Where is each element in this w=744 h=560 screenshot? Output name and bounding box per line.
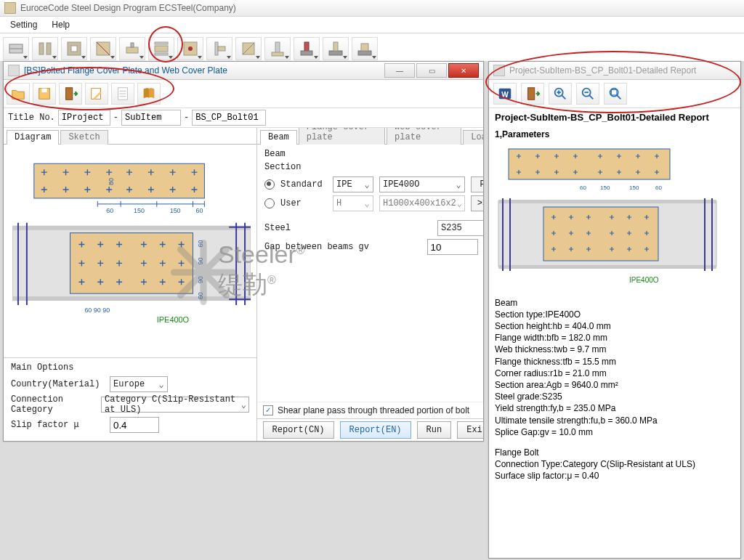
tool-3[interactable] [61,37,87,60]
design-window: [BS]Bolted Flange Cover Plate and Web Co… [3,61,484,442]
svg-rect-25 [361,44,368,51]
beam-line: Corner radius:r1b = 21.0 mm [495,368,735,379]
app-icon [4,2,16,14]
app-title-bar: EuroceCode Steel Design Program ECSTeel(… [0,0,744,17]
design-window-title-bar[interactable]: [BS]Bolted Flange Cover Plate and Web Co… [4,62,483,80]
standard-label: Standard [280,179,321,190]
open-folder-button[interactable] [7,83,30,105]
beam-line: Flange width:bfb = 182.0 mm [495,332,735,344]
svg-rect-47 [12,226,251,230]
tab-diagram[interactable]: Diagram [7,130,59,145]
user-size-combo[interactable]: H1000x400x16x2⌄ [379,195,465,211]
book-button[interactable] [137,83,161,105]
svg-rect-64 [528,88,535,100]
sep2: - [184,113,189,123]
tool-1[interactable] [3,37,29,60]
beam-line: Yield strength:fy,b = 235.0 MPa [495,402,735,414]
beam-line: Section height:hb = 404.0 mm [495,320,735,332]
tab-web-cover[interactable]: Web cover plate [387,128,461,145]
edit-button[interactable] [85,83,108,105]
gap-label: Gap between beams gv [264,242,381,252]
tool-10[interactable] [264,37,291,60]
beam-group-label: Beam [264,149,483,159]
sheet-button[interactable] [111,83,134,105]
maximize-button[interactable]: ▭ [416,63,447,78]
main-options: Main Options Country(Material) Europe⌄ C… [4,357,256,441]
svg-rect-12 [155,53,168,55]
design-toolbar [4,80,483,108]
tool-2[interactable] [32,37,58,60]
svg-rect-81 [498,200,716,203]
beam-line: Flange thickness:tfb = 15.5 mm [495,356,735,368]
tool-4[interactable] [90,37,116,60]
country-label: Country(Material) [11,379,104,389]
zoom-in-button[interactable] [549,83,572,105]
save-button[interactable] [33,83,56,105]
mdi-area: [BS]Bolted Flange Cover Plate and Web Co… [0,61,744,560]
run-button[interactable]: Run [417,421,452,439]
tab-beam[interactable]: Beam [260,130,297,145]
zoom-fit-button[interactable] [604,83,627,105]
title-no-row: Title No. - - [4,108,483,128]
slip-input[interactable] [110,417,159,433]
tool-12[interactable] [323,37,349,60]
tool-11[interactable] [294,37,320,60]
report-flangebolt-h: Flange Bolt [495,447,735,458]
tool-6[interactable] [148,37,174,60]
report-en-button[interactable]: Report(EN) [340,421,411,439]
report-window-title-bar[interactable]: Project-SubItem-BS_CP_Bolt01-Detailed Re… [489,62,740,80]
door-exit-button[interactable] [59,83,82,105]
category-label: Connection Category [11,394,95,415]
tool-9[interactable] [235,37,262,60]
category-combo[interactable]: Category C(Slip-Resistant at ULS)⌄ [101,397,249,413]
radio-user[interactable] [264,198,275,208]
std-family-combo[interactable]: IPE⌄ [333,176,373,192]
beam-line: Section area:Agb = 9640.0 mm² [495,379,735,391]
minimize-button[interactable]: — [384,63,415,78]
svg-text:IPE400O: IPE400O [157,315,189,324]
svg-rect-9 [131,43,134,47]
title-no-label: Title No. [8,113,55,123]
tool-13[interactable] [352,37,378,60]
svg-text:IPE400O: IPE400O [629,276,659,284]
tool-7-highlight[interactable] [177,37,203,60]
flangebolt-line: Surface slip factor:μ = 0.40 [495,470,735,482]
main-options-heading: Main Options [11,362,249,373]
exit-button[interactable]: Exit [457,421,483,439]
report-figure: 60 150 150 60 [495,145,735,290]
menu-setting[interactable]: Setting [3,18,44,31]
country-combo[interactable]: Europe⌄ [110,376,168,392]
tool-8[interactable] [206,37,232,60]
radio-standard[interactable] [264,179,275,190]
title-no-subitem[interactable] [121,110,181,126]
std-size-combo[interactable]: IPE400O⌄ [379,176,465,192]
tab-flange-cover[interactable]: Flange cover plate [299,128,385,145]
title-no-code[interactable] [192,110,266,126]
svg-line-73 [617,95,621,100]
tab-sketch[interactable]: Sketch [60,130,108,145]
more-button[interactable]: >> [471,195,483,211]
report-cn-button[interactable]: Report(CN) [263,421,334,439]
export-word-button[interactable]: W [493,83,517,105]
close-button[interactable]: ✕ [448,63,479,78]
zoom-out-button[interactable] [576,83,599,105]
svg-rect-22 [329,51,342,55]
user-family-combo[interactable]: H⌄ [333,195,373,211]
beam-line: Steel grade:S235 [495,391,735,402]
menu-help[interactable]: Help [44,18,77,31]
gap-input[interactable] [427,239,478,255]
p-button[interactable]: P [471,176,483,192]
report-window: Project-SubItem-BS_CP_Bolt01-Detailed Re… [488,61,741,559]
svg-rect-16 [218,46,225,51]
svg-line-70 [589,95,594,100]
door-exit-button-2[interactable] [521,83,544,105]
steel-combo[interactable]: S235⌄ [437,220,483,236]
shear-checkbox[interactable]: ✓ [263,405,273,415]
svg-rect-11 [155,42,168,44]
design-window-title: [BS]Bolted Flange Cover Plate and Web Co… [24,65,227,76]
tool-5[interactable] [119,37,145,60]
sep1: - [113,113,118,123]
tab-load[interactable]: Load [463,130,483,145]
title-no-project[interactable] [58,110,110,126]
svg-rect-74 [612,90,617,95]
